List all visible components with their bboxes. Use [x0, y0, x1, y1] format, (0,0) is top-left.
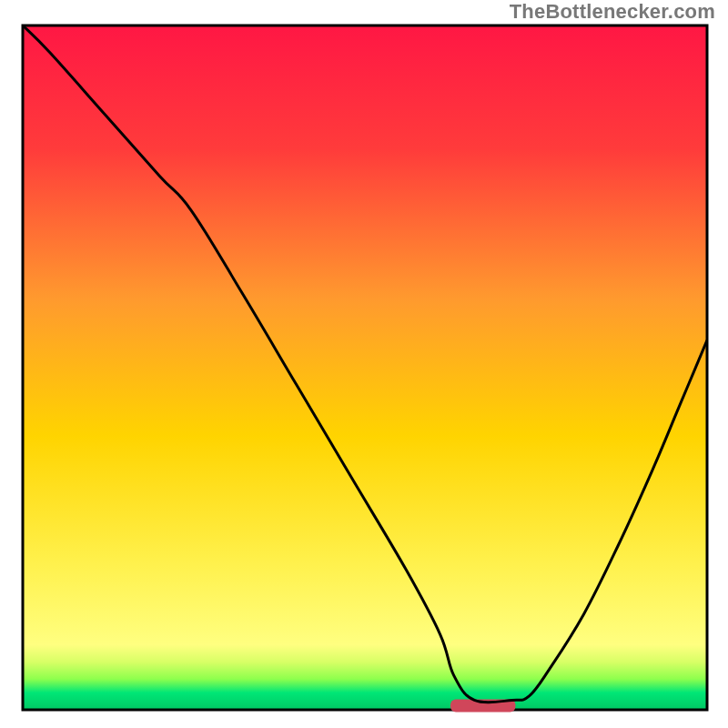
gradient-background — [23, 25, 707, 710]
chart-root: TheBottleneсker.com — [0, 0, 728, 728]
plot-svg — [0, 0, 728, 728]
